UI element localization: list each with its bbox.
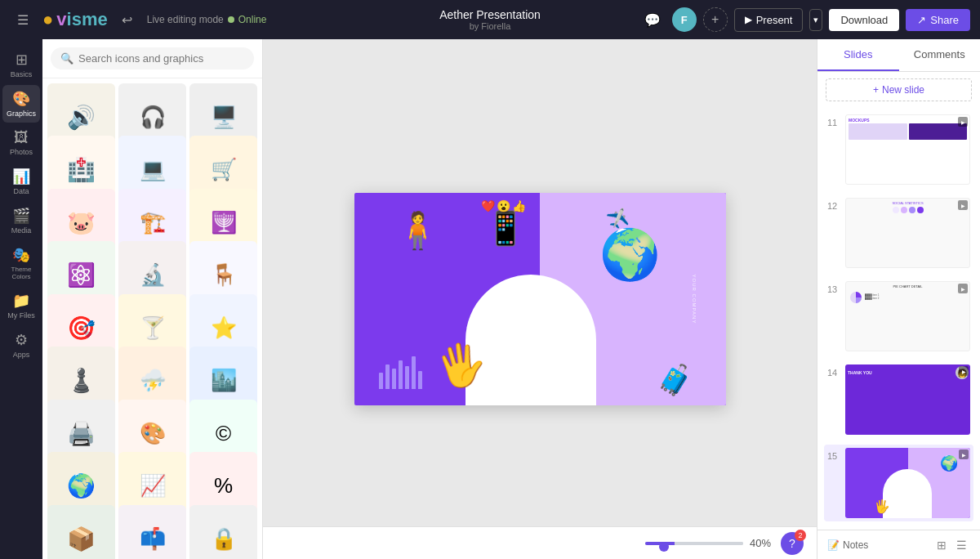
zoom-controls: 40% [645, 537, 771, 549]
sidebar-item-graphics[interactable]: 🎨 Graphics [2, 85, 40, 123]
chat-button[interactable]: 💬 [639, 7, 666, 33]
sidebar-item-theme-colors[interactable]: 🎭 Theme Colors [2, 241, 40, 285]
phone-icon: 📱 [485, 209, 526, 248]
slide-item-14[interactable]: 14 THANK YOU 🧑 [824, 361, 973, 438]
bar-3 [392, 369, 396, 389]
slide-item-13[interactable]: 13 PIE CHART DETAIL ████ item 1 [824, 278, 973, 355]
pie-chart-svg [849, 290, 863, 305]
slide-nav-13 [958, 284, 968, 293]
sidebar-item-my-files[interactable]: 📁 My Files [2, 287, 40, 324]
present-label: Present [756, 14, 793, 26]
slide-thumb-12: SOCIAL STATISTICS [845, 198, 970, 268]
sidebar-label-files: My Files [7, 311, 35, 320]
graphic-icon: 🏥 [67, 156, 96, 183]
view-buttons: ⊞ ☰ [933, 537, 970, 553]
zoom-value: 40% [750, 537, 771, 549]
graphic-icon: % [214, 473, 233, 499]
hand-icon: 🖐️ [432, 338, 490, 393]
graphic-item[interactable]: 📦 [47, 505, 115, 559]
slide-item-15[interactable]: 15 🖐️ 🌍 [824, 445, 973, 521]
sidebar-label-media: Media [11, 226, 32, 235]
sidebar-label-theme: Theme Colors [6, 266, 37, 280]
presentation-title: Aether Presentation [439, 8, 541, 21]
menu-button[interactable]: ☰ [10, 7, 36, 33]
data-icon: 📊 [12, 168, 30, 186]
sidebar-item-photos[interactable]: 🖼 Photos [2, 124, 40, 161]
slide-bar-chart [379, 356, 422, 389]
graphic-icon: 📫 [140, 526, 166, 552]
graphic-icon: 🎧 [140, 105, 166, 130]
new-slide-button[interactable]: + New slide [826, 78, 972, 101]
bar-2 [385, 364, 390, 389]
basics-icon: ⊞ [16, 51, 28, 69]
bottom-bar: 40% ? 2 [263, 526, 817, 559]
graphic-icon: 🏗️ [140, 210, 166, 235]
avatar: F [672, 7, 697, 32]
graphic-icon: 🔬 [140, 262, 166, 288]
graphic-icon: 🌍 [67, 472, 96, 499]
search-wrapper: 🔍 [51, 47, 254, 69]
logo-icon: ● [42, 9, 53, 30]
my-files-icon: 📁 [12, 292, 30, 310]
add-user-button[interactable]: + [703, 7, 728, 32]
slide-number-12: 12 [827, 201, 840, 211]
graphic-icon: 💻 [140, 157, 166, 182]
graphic-icon: 🖨️ [67, 420, 96, 447]
graphic-icon: 📦 [67, 525, 96, 552]
live-dot [228, 16, 234, 23]
slide-item-11[interactable]: 11 MOCKUPS [824, 111, 973, 188]
sidebar-item-basics[interactable]: ⊞ Basics [2, 46, 40, 83]
theme-colors-icon: 🎭 [12, 246, 30, 264]
search-input[interactable] [78, 52, 244, 65]
present-dropdown-button[interactable]: ▾ [809, 9, 822, 31]
slide-number-13: 13 [827, 284, 840, 294]
graphic-item[interactable]: 📫 [118, 505, 186, 559]
main-area: ⊞ Basics 🎨 Graphics 🖼 Photos 📊 Data 🎬 Me… [0, 39, 980, 559]
bar-4 [399, 360, 403, 389]
graphic-icon: 🛒 [211, 157, 237, 182]
slide-thumb-11: MOCKUPS [845, 114, 970, 185]
sidebar-item-apps[interactable]: ⚙ Apps [2, 326, 40, 364]
sidebar: ⊞ Basics 🎨 Graphics 🖼 Photos 📊 Data 🎬 Me… [0, 39, 42, 559]
canvas-area[interactable]: 🖐️ 🌍 🧳 ✈️ 📱 ❤️😮👍 🧍 YOUR COMPANY 40% [263, 39, 817, 559]
sidebar-item-media[interactable]: 🎬 Media [2, 202, 40, 239]
right-panel: Slides Comments + New slide 11 MOCKUPS [817, 39, 980, 559]
graphic-icon: ♟️ [67, 367, 96, 394]
graphic-icon: 🏙️ [211, 368, 237, 393]
graphic-icon: 🐷 [67, 209, 96, 236]
topbar-right: 💬 F + ▶ Present ▾ Download ↗ Share [639, 7, 970, 33]
grid-view-button[interactable]: ⊞ [933, 537, 950, 553]
logo: ● visme [42, 9, 108, 30]
share-button[interactable]: ↗ Share [906, 9, 970, 31]
sidebar-item-data[interactable]: 📊 Data [2, 163, 40, 200]
list-view-button[interactable]: ☰ [953, 537, 970, 553]
graphic-icon: 📈 [140, 473, 166, 499]
bar-5 [405, 366, 409, 389]
bar-1 [379, 373, 383, 389]
graphic-icon: ©️ [216, 421, 231, 446]
tab-slides[interactable]: Slides [817, 39, 899, 71]
sidebar-label-basics: Basics [11, 70, 33, 78]
person-card-icon: 🧍 [395, 209, 440, 252]
share-icon: ↗ [917, 14, 926, 26]
logo-text: visme [56, 9, 107, 30]
reactions: ❤️😮👍 [481, 199, 526, 212]
present-button[interactable]: ▶ Present [734, 8, 804, 32]
zoom-slider[interactable] [645, 542, 743, 545]
undo-button[interactable]: ↩ [114, 7, 140, 33]
company-text: YOUR COMPANY [692, 275, 697, 324]
download-button[interactable]: Download [829, 9, 899, 31]
help-button[interactable]: ? 2 [781, 532, 804, 555]
slide-nav-11 [958, 117, 968, 127]
slide-nav-15 [959, 449, 969, 459]
presentation-subtitle: by Fiorella [439, 21, 541, 31]
share-label: Share [930, 14, 959, 26]
tab-comments[interactable]: Comments [899, 39, 981, 71]
apps-icon: ⚙ [15, 331, 28, 349]
slide-item-12[interactable]: 12 SOCIAL STATISTICS [824, 195, 973, 271]
topbar-center: Aether Presentation by Fiorella [439, 8, 541, 31]
plus-icon: + [873, 84, 879, 96]
graphic-item[interactable]: 🔒 [189, 505, 257, 559]
slide-number-15: 15 [827, 451, 840, 461]
live-status: Online [238, 14, 267, 25]
